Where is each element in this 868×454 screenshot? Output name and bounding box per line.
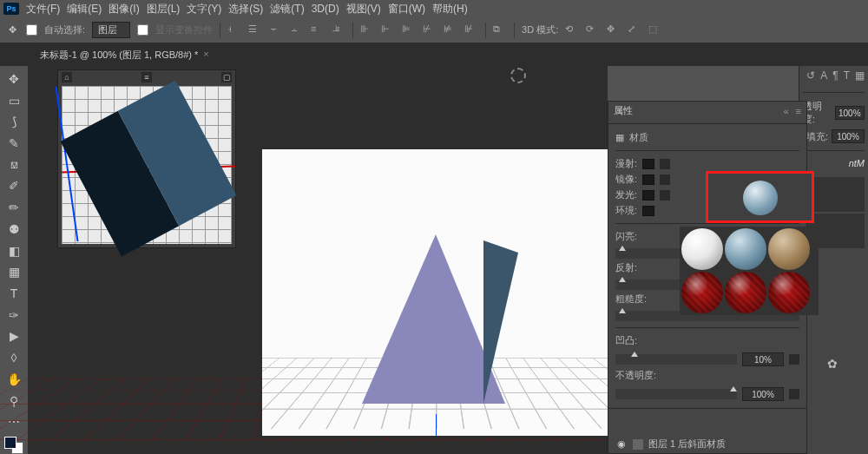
specular-folder-icon[interactable] xyxy=(660,174,670,185)
dist-5-icon[interactable]: ⊭ xyxy=(444,23,457,37)
3d-drag-icon[interactable]: ✥ xyxy=(607,23,621,37)
visibility-icon[interactable]: ◉ xyxy=(615,438,628,450)
glow-swatch[interactable] xyxy=(642,190,654,201)
gradient-tool[interactable]: ▦ xyxy=(3,262,24,281)
options-bar: ✥ 自动选择: 图层 显示变换控件 ⫞ ☰ ⫟ ⫠ ≡ ⫡ ⊪ ⊩ ⊫ ⊬ ⊭ … xyxy=(0,17,868,43)
ambient-swatch[interactable] xyxy=(642,206,654,216)
opacity-folder-icon[interactable] xyxy=(789,389,799,399)
bump-folder-icon[interactable] xyxy=(789,354,799,365)
right-fill-label: 填充: xyxy=(806,130,828,143)
quick-select-tool[interactable]: ✎ xyxy=(3,134,24,153)
menu-3d[interactable]: 3D(D) xyxy=(312,3,339,15)
lasso-tool[interactable]: ⟆ xyxy=(3,112,24,131)
menu-edit[interactable]: 编辑(E) xyxy=(67,2,102,16)
auto-select-dropdown[interactable]: 图层 xyxy=(92,22,130,38)
type-icon[interactable]: T xyxy=(844,69,850,85)
right-fill-value[interactable]: 100% xyxy=(832,129,865,143)
type-tool[interactable]: T xyxy=(3,284,24,303)
canvas-area[interactable]: ⌂≡▢ xyxy=(28,66,608,454)
separator xyxy=(485,23,486,38)
nav-icon-2[interactable]: ≡ xyxy=(141,72,152,82)
align-1-icon[interactable]: ⫞ xyxy=(227,23,241,37)
nav-icon-3[interactable]: ▢ xyxy=(221,72,232,82)
shape-tool[interactable]: ◊ xyxy=(3,348,24,367)
separator xyxy=(514,23,515,38)
bump-slider[interactable] xyxy=(615,354,737,365)
menu-filter[interactable]: 滤镜(T) xyxy=(270,2,304,16)
menu-help[interactable]: 帮助(H) xyxy=(432,2,468,16)
layer-name: 图层 1 后斜面材质 xyxy=(648,438,726,451)
dist-6-icon[interactable]: ⊮ xyxy=(464,23,478,37)
3d-roll-icon[interactable]: ⟳ xyxy=(586,23,600,37)
axis-icon xyxy=(436,414,437,436)
char-icon[interactable]: A xyxy=(820,69,827,85)
dist-1-icon[interactable]: ⊪ xyxy=(360,23,374,37)
bump-value[interactable]: 10% xyxy=(742,352,784,366)
material-preset-brick-red[interactable] xyxy=(768,272,810,313)
para-icon[interactable]: ¶ xyxy=(832,69,838,85)
material-preset-tile-red[interactable] xyxy=(725,272,766,313)
panel-collapse-icon[interactable]: « xyxy=(783,106,788,116)
material-preset-blue[interactable] xyxy=(725,228,766,270)
panel-menu-icon[interactable]: ≡ xyxy=(796,106,801,116)
menu-view[interactable]: 视图(V) xyxy=(346,2,381,16)
history-icon[interactable]: ↺ xyxy=(806,69,815,85)
material-preset-white[interactable] xyxy=(681,228,723,270)
swatch-icon[interactable]: ▦ xyxy=(855,69,865,85)
material-preset-wood[interactable] xyxy=(768,228,810,270)
dist-4-icon[interactable]: ⊬ xyxy=(423,23,437,37)
partial-text: ntM xyxy=(803,158,865,168)
menu-type[interactable]: 文字(Y) xyxy=(187,2,221,16)
show-transform-label: 显示变换控件 xyxy=(155,23,213,36)
secondary-view[interactable]: ⌂≡▢ xyxy=(57,69,236,248)
specular-swatch[interactable] xyxy=(642,174,654,185)
menu-file[interactable]: 文件(F) xyxy=(26,2,60,16)
move-tool[interactable]: ✥ xyxy=(3,69,24,89)
3d-rotate-icon[interactable]: ⟲ xyxy=(565,23,579,37)
menu-layer[interactable]: 图层(L) xyxy=(147,2,181,16)
stamp-tool[interactable]: ⚉ xyxy=(3,220,24,239)
show-transform-check[interactable] xyxy=(137,24,148,36)
opacity-value[interactable]: 100% xyxy=(742,387,784,401)
align-2-icon[interactable]: ☰ xyxy=(248,23,262,37)
material-preset-fabric-red[interactable] xyxy=(681,272,723,313)
diffuse-folder-icon[interactable] xyxy=(660,159,670,169)
3d-scale-icon[interactable]: ⬚ xyxy=(648,23,662,37)
marquee-tool[interactable]: ▭ xyxy=(3,91,24,110)
align-6-icon[interactable]: ⫡ xyxy=(332,23,345,37)
right-opacity-value[interactable]: 100% xyxy=(835,106,865,120)
material-preview-sphere[interactable] xyxy=(743,181,778,215)
document-tab[interactable]: 未标题-1 @ 100% (图层 1, RGB/8#) * × xyxy=(31,45,218,67)
3d-slide-icon[interactable]: ⤢ xyxy=(628,23,641,37)
tab-title: 未标题-1 @ 100% (图层 1, RGB/8#) * xyxy=(40,49,198,62)
align-4-icon[interactable]: ⫠ xyxy=(290,23,304,37)
pen-tool[interactable]: ✑ xyxy=(3,306,24,325)
3d-prism-object[interactable] xyxy=(362,234,518,404)
separator xyxy=(352,23,353,38)
align-5-icon[interactable]: ≡ xyxy=(311,23,325,37)
eraser-tool[interactable]: ◧ xyxy=(3,241,24,260)
nav-cube xyxy=(61,81,237,257)
diffuse-swatch[interactable] xyxy=(642,159,654,169)
nav-icon-1[interactable]: ⌂ xyxy=(62,72,72,82)
document-canvas[interactable] xyxy=(262,149,609,436)
auto-select-check[interactable] xyxy=(26,24,37,36)
glow-folder-icon[interactable] xyxy=(660,190,670,201)
align-3-icon[interactable]: ⫟ xyxy=(269,23,283,37)
dist-3-icon[interactable]: ⊫ xyxy=(402,23,416,37)
layer-row[interactable]: ◉图层 1 后斜面材质 xyxy=(615,435,801,453)
path-select-tool[interactable]: ▶ xyxy=(3,327,24,346)
material-picker-popup: ✿ xyxy=(680,227,819,315)
opacity-slider[interactable] xyxy=(615,389,737,399)
menu-window[interactable]: 窗口(W) xyxy=(388,2,425,16)
material-settings-icon[interactable]: ✿ xyxy=(827,357,838,371)
eyedropper-tool[interactable]: ✐ xyxy=(3,177,24,196)
close-tab-icon[interactable]: × xyxy=(203,49,208,62)
crop-tool[interactable]: ⟏ xyxy=(3,155,24,174)
dist-2-icon[interactable]: ⊩ xyxy=(381,23,395,37)
material-preview-highlighted xyxy=(706,171,814,223)
menu-image[interactable]: 图像(I) xyxy=(108,2,139,16)
brush-tool[interactable]: ✏ xyxy=(3,198,24,217)
menu-select[interactable]: 选择(S) xyxy=(228,2,263,16)
arrange-icon[interactable]: ⧉ xyxy=(493,23,507,37)
